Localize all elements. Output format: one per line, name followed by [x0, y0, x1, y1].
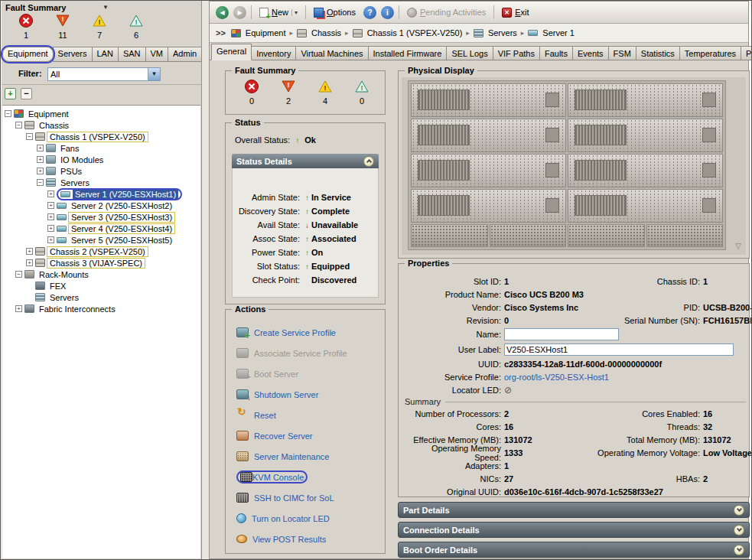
forward-button[interactable]: ▶: [233, 6, 246, 19]
tree-node[interactable]: −Chassis: [2, 119, 200, 131]
connection-details-section[interactable]: Connection Details: [398, 522, 750, 538]
tree-node[interactable]: +PSUs: [2, 165, 200, 177]
collapse-icon[interactable]: −: [5, 110, 11, 117]
expand-icon[interactable]: +: [37, 156, 44, 163]
pane-splitter[interactable]: [202, 1, 209, 559]
collapse-chevron-icon[interactable]: [363, 156, 374, 167]
expand-icon[interactable]: +: [26, 259, 33, 266]
breadcrumb-item[interactable]: Server 1: [528, 28, 575, 37]
tab-general[interactable]: General: [211, 44, 252, 60]
scroll-down-icon[interactable]: ▽: [735, 242, 741, 250]
collapse-icon[interactable]: −: [15, 122, 22, 129]
tab-inventory[interactable]: Inventory: [251, 46, 296, 60]
collapse-all-button[interactable]: −: [21, 88, 32, 99]
tree-node[interactable]: +Server 2 (V250-ESXHost2): [2, 200, 200, 211]
status-details-header[interactable]: Status Details: [232, 154, 379, 168]
tab-temperatures[interactable]: Temperatures: [679, 46, 741, 60]
tree-node[interactable]: +Server 1 (V250-ESXHost1): [2, 188, 200, 200]
action-ssh-to-cimc-for-sol[interactable]: SSH to CIMC for SoL: [230, 487, 383, 508]
expand-icon[interactable]: +: [47, 190, 54, 197]
tree-node[interactable]: −Servers: [2, 177, 200, 188]
tree-node[interactable]: +Server 4 (V250-ESXHost4): [2, 223, 200, 234]
tree-node[interactable]: Servers: [2, 291, 200, 303]
info-button[interactable]: i: [381, 6, 394, 19]
expand-icon[interactable]: +: [47, 202, 54, 209]
server-icon: [528, 30, 538, 36]
tree-node[interactable]: +Fabric Interconnects: [2, 303, 200, 314]
tree-node[interactable]: −Equipment: [2, 108, 200, 119]
tree-node[interactable]: +Chassis 3 (VIJAY-SPEC): [2, 257, 200, 269]
dropdown-arrow-icon[interactable]: ▾: [148, 68, 160, 80]
status-down-arrow-icon: ↓: [303, 221, 311, 230]
tree-node[interactable]: +Server 5 (V250-ESXHost5): [2, 234, 200, 246]
action-create-service-profile[interactable]: Create Service Profile: [230, 322, 383, 343]
tab-sel-logs[interactable]: SEL Logs: [446, 46, 493, 60]
expand-icon[interactable]: +: [37, 145, 44, 151]
service-profile-link[interactable]: org-root/ls-V250-ESX-Host1: [504, 373, 609, 382]
exit-button[interactable]: ✕ Exit: [499, 6, 532, 19]
tree-node[interactable]: FEX: [2, 280, 200, 291]
tab-power[interactable]: Power: [741, 46, 752, 60]
field-name[interactable]: [504, 328, 619, 340]
expand-icon[interactable]: +: [47, 225, 54, 232]
tree-node[interactable]: −Rack-Mounts: [2, 269, 200, 280]
actions-group-title: Actions: [232, 304, 269, 314]
tab-statistics[interactable]: Statistics: [636, 46, 680, 60]
field-user-label[interactable]: [504, 343, 734, 356]
collapse-icon[interactable]: −: [15, 271, 22, 278]
back-button[interactable]: ◀: [216, 6, 229, 19]
help-button[interactable]: ?: [363, 6, 376, 19]
breadcrumb-item[interactable]: Chassis: [297, 28, 341, 37]
nav-tab-vm[interactable]: VM: [145, 47, 169, 62]
tree-node[interactable]: +Chassis 2 (VSPEX-V250): [2, 246, 200, 257]
divider-line: [445, 402, 746, 402]
expand-chevron-icon[interactable]: [734, 525, 744, 536]
action-server-maintenance[interactable]: Server Maintenance: [230, 446, 383, 467]
expand-icon[interactable]: +: [26, 248, 33, 255]
breadcrumb-item[interactable]: Equipment: [231, 28, 286, 37]
tab-faults[interactable]: Faults: [539, 46, 573, 60]
filter-dropdown[interactable]: All ▾: [47, 67, 161, 81]
new-button[interactable]: New ▾: [256, 6, 301, 19]
expand-all-button[interactable]: +: [5, 88, 16, 99]
tab-virtual-machines[interactable]: Virtual Machines: [295, 46, 368, 60]
tree-node[interactable]: +Fans: [2, 142, 200, 154]
options-button[interactable]: Options: [311, 6, 359, 19]
action-reset[interactable]: Reset: [230, 405, 383, 425]
boot-order-details-section[interactable]: Boot Order Details: [398, 542, 750, 558]
expand-chevron-icon[interactable]: [734, 505, 744, 516]
expand-icon[interactable]: +: [47, 213, 54, 220]
expand-chevron-icon[interactable]: [734, 545, 744, 555]
psu-image: [646, 224, 724, 247]
tab-vif-paths[interactable]: VIF Paths: [493, 46, 540, 60]
nav-tab-equipment[interactable]: Equipment: [2, 47, 54, 62]
nav-tab-admin[interactable]: Admin: [168, 47, 202, 62]
action-turn-on-locator-led[interactable]: Turn on Locator LED: [230, 508, 383, 529]
part-details-section[interactable]: Part Details: [398, 502, 750, 518]
action-shutdown-server[interactable]: Shutdown Server: [230, 384, 383, 405]
expand-icon[interactable]: +: [15, 305, 22, 312]
expand-icon[interactable]: +: [47, 236, 54, 243]
collapse-icon[interactable]: −: [26, 133, 33, 140]
tree-node[interactable]: +IO Modules: [2, 154, 200, 165]
server-fault-counts: 0!2!4!0: [233, 79, 380, 106]
nav-tab-lan[interactable]: LAN: [92, 47, 119, 62]
collapse-icon[interactable]: −: [37, 179, 44, 186]
fault-count-warning: 6: [118, 31, 155, 40]
breadcrumb-item[interactable]: Servers: [474, 28, 517, 37]
action-recover-server[interactable]: Recover Server: [230, 425, 383, 446]
action-view-post-results[interactable]: View POST Results: [230, 529, 383, 549]
nav-tab-san[interactable]: SAN: [118, 47, 146, 62]
tab-installed-firmware[interactable]: Installed Firmware: [368, 46, 448, 60]
tab-events[interactable]: Events: [572, 46, 609, 60]
status-row: Slot Status:↑Equipped: [233, 259, 378, 273]
tab-fsm[interactable]: FSM: [608, 46, 636, 60]
nav-tab-servers[interactable]: Servers: [53, 47, 93, 62]
collapse-arrow-icon[interactable]: ▼: [103, 4, 109, 11]
expand-icon[interactable]: +: [37, 168, 44, 174]
tree-node[interactable]: −Chassis 1 (VSPEX-V250): [2, 131, 200, 142]
tree-node[interactable]: +Server 3 (V250-ESXHost3): [2, 211, 200, 223]
breadcrumb-item[interactable]: Chassis 1 (VSPEX-V250): [353, 28, 463, 37]
new-dropdown-arrow-icon[interactable]: ▾: [291, 9, 298, 16]
action-kvm-console[interactable]: KVM Console: [230, 467, 383, 487]
